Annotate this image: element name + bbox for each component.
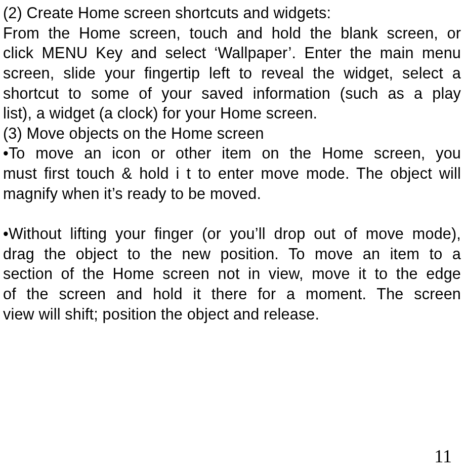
text-line: of the screen and hold it there for a mo… <box>3 284 461 304</box>
text-line: view will shift; position the object and… <box>3 304 461 325</box>
text-line: From the Home screen, touch and hold the… <box>3 23 461 44</box>
text-line: screen, slide your fingertip left to rev… <box>3 63 461 84</box>
blank-line <box>3 204 461 224</box>
text-line: •To move an icon or other item on the Ho… <box>3 143 461 164</box>
page-number: 11 <box>434 446 452 467</box>
text-line: magnify when it’s ready to be moved. <box>3 184 461 204</box>
text-line: click MENU Key and select ‘Wallpaper’. E… <box>3 43 461 63</box>
text-line: (3) Move objects on the Home screen <box>3 124 461 144</box>
document-page: (2) Create Home screen shortcuts and wid… <box>0 0 464 476</box>
text-line: list), a widget (a clock) for your Home … <box>3 103 461 124</box>
text-line: (2) Create Home screen shortcuts and wid… <box>3 3 461 23</box>
text-line: shortcut to some of your saved informati… <box>3 84 461 104</box>
text-line: drag the object to the new position. To … <box>3 244 461 264</box>
text-line: •Without lifting your finger (or you’ll … <box>3 224 461 244</box>
text-line: section of the Home screen not in view, … <box>3 264 461 284</box>
text-line: must first touch & hold i t to enter mov… <box>3 164 461 184</box>
